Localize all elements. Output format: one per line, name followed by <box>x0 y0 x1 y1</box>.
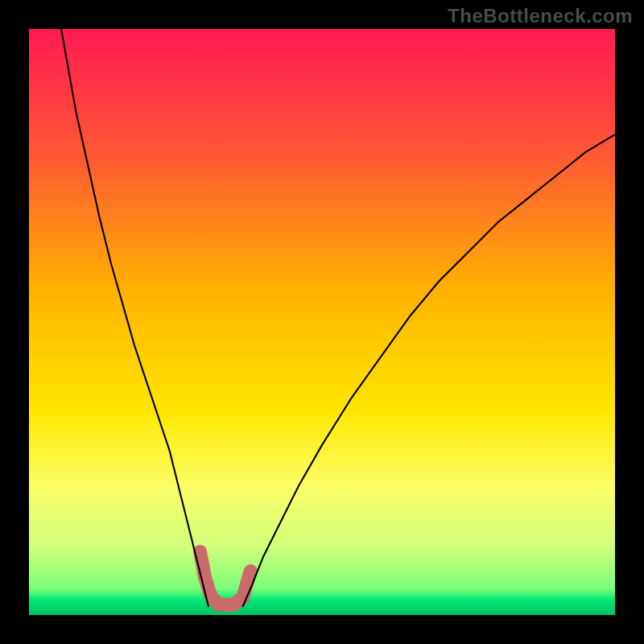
bottleneck-chart <box>0 0 644 644</box>
watermark-text: TheBottleneck.com <box>448 5 633 27</box>
plot-background <box>29 29 615 615</box>
highlight-segment <box>243 571 250 597</box>
chart-stage: TheBottleneck.com <box>0 0 644 644</box>
